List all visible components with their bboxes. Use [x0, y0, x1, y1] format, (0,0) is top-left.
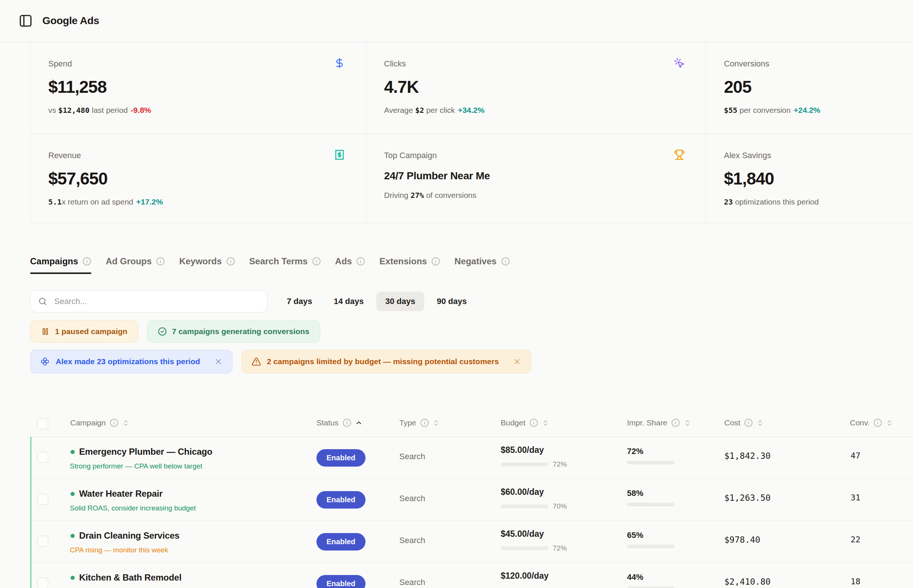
flower-icon — [40, 357, 50, 367]
status-cell: Enabled — [316, 575, 366, 588]
type-cell: Search — [399, 536, 425, 545]
sort-icon — [886, 420, 893, 426]
alert-banners: Alex made 23 optimizations this period 2… — [30, 350, 913, 373]
campaign-name-cell: Water Heater Repair — [71, 488, 163, 499]
conv-cell: 31 — [851, 493, 861, 502]
kpi-card-alex-savings: Alex Savings $1,840 23 optimizations thi… — [706, 134, 913, 223]
column-header-conv[interactable]: Conv. — [850, 418, 893, 427]
kpi-card-conversions: Conversions 205 $55 per conversion+24.2% — [706, 42, 913, 134]
info-icon — [342, 418, 351, 427]
cost-cell: $978.40 — [724, 535, 760, 544]
impr-share-bar — [627, 586, 675, 588]
range-14-days[interactable]: 14 days — [325, 292, 373, 311]
kpi-label: Alex Savings — [724, 151, 892, 160]
conv-cell: 47 — [851, 451, 861, 460]
page-title: Google Ads — [42, 15, 99, 27]
column-header-status[interactable]: Status — [316, 418, 363, 427]
row-checkbox[interactable] — [37, 452, 48, 463]
kpi-label: Clicks — [384, 59, 685, 69]
row-checkbox[interactable] — [37, 494, 48, 505]
campaign-name-cell: Drain Cleaning Services — [71, 530, 180, 541]
column-header-type[interactable]: Type — [399, 418, 440, 427]
select-all-checkbox[interactable] — [37, 418, 48, 430]
tab-campaigns[interactable]: Campaigns — [30, 256, 91, 274]
campaign-name-cell: Kitchen & Bath Remodel — [71, 572, 181, 583]
campaign-note: CPA rising — monitor this week — [70, 546, 168, 554]
kpi-grid: Spend $11,258 vs $12,480 last period-9.8… — [30, 42, 913, 223]
topbar: Google Ads — [0, 0, 913, 42]
search-icon — [38, 297, 47, 306]
sort-icon — [433, 420, 440, 426]
tab-extensions[interactable]: Extensions — [379, 256, 440, 274]
table-row[interactable]: Kitchen & Bath Remodel Enabled Search $1… — [32, 563, 913, 588]
impr-share-cell: 65% — [627, 530, 675, 548]
budget-pace-bar — [501, 462, 548, 466]
sort-asc-icon — [355, 419, 363, 426]
kpi-label: Conversions — [724, 59, 892, 69]
campaign-note: Strong performer — CPA well below target — [70, 462, 202, 470]
status-badge: Enabled — [316, 575, 366, 588]
status-cell: Enabled — [316, 533, 366, 551]
kpi-value: $1,840 — [724, 168, 892, 189]
close-icon[interactable] — [214, 357, 222, 366]
budget-cell: $85.00/day 72% — [501, 445, 567, 468]
sidebar-toggle-icon[interactable] — [19, 14, 33, 28]
range-30-days[interactable]: 30 days — [376, 292, 424, 311]
kpi-delta: +34.2% — [458, 106, 485, 114]
table-row[interactable]: Emergency Plumber — Chicago Strong perfo… — [32, 437, 913, 479]
info-icon — [671, 418, 680, 427]
status-dot — [71, 576, 74, 580]
info-icon — [110, 418, 118, 427]
tab-ad-groups[interactable]: Ad Groups — [105, 256, 165, 274]
tab-ads[interactable]: Ads — [335, 256, 365, 274]
cost-cell: $1,263.50 — [724, 493, 771, 502]
column-header-campaign[interactable]: Campaign — [70, 418, 129, 427]
cost-cell: $2,410.80 — [724, 577, 771, 586]
info-icon — [356, 257, 365, 266]
tab-search-terms[interactable]: Search Terms — [249, 256, 321, 274]
search-box — [30, 290, 267, 313]
sort-icon — [757, 420, 764, 426]
kpi-card-top-campaign: Top Campaign 24/7 Plumber Near Me Drivin… — [366, 134, 706, 223]
cost-cell: $1,842.30 — [724, 451, 771, 461]
table-row[interactable]: Water Heater Repair Solid ROAS, consider… — [32, 479, 913, 521]
column-header-cost[interactable]: Cost — [724, 418, 764, 427]
type-cell: Search — [399, 452, 425, 461]
status-dot — [71, 450, 74, 454]
info-icon — [431, 257, 440, 266]
alex-optimizations-banner: Alex made 23 optimizations this period — [30, 350, 233, 373]
impr-share-cell: 72% — [627, 447, 675, 464]
kpi-value: 4.7K — [384, 77, 685, 97]
tab-negatives[interactable]: Negatives — [454, 256, 510, 274]
status-badge: Enabled — [316, 533, 366, 551]
kpi-card-revenue: Revenue $57,650 5.1x return on ad spend+… — [31, 134, 366, 223]
search-input[interactable] — [54, 297, 260, 306]
impr-share-cell: 44% — [627, 572, 675, 588]
status-cell: Enabled — [316, 449, 366, 467]
range-7-days[interactable]: 7 days — [278, 292, 321, 311]
close-icon[interactable] — [513, 357, 521, 366]
status-chips: 1 paused campaign 7 campaigns generating… — [30, 320, 913, 342]
sort-icon — [542, 420, 549, 426]
range-90-days[interactable]: 90 days — [428, 292, 476, 311]
date-range-group: 7 days 14 days 30 days 90 days — [278, 292, 476, 311]
dollar-icon — [334, 58, 345, 69]
trophy-icon — [674, 149, 685, 160]
budget-pace-bar — [501, 546, 548, 550]
tab-keywords[interactable]: Keywords — [179, 256, 235, 274]
impr-share-bar — [627, 461, 675, 464]
row-checkbox[interactable] — [37, 578, 48, 588]
column-header-budget[interactable]: Budget — [501, 418, 549, 427]
kpi-value: $11,258 — [48, 77, 345, 97]
column-header-impr-share[interactable]: Impr. Share — [627, 418, 691, 427]
tab-bar: Campaigns Ad Groups Keywords Search Term… — [30, 223, 913, 274]
budget-cell: $45.00/day 72% — [501, 529, 567, 552]
conv-cell: 22 — [851, 535, 861, 544]
row-checkbox[interactable] — [37, 536, 48, 547]
table-row[interactable]: Drain Cleaning Services CPA rising — mon… — [32, 521, 913, 563]
type-cell: Search — [399, 494, 425, 503]
conv-cell: 18 — [851, 577, 861, 586]
info-icon — [873, 418, 882, 427]
pause-icon — [41, 327, 50, 336]
kpi-label: Revenue — [48, 151, 345, 160]
